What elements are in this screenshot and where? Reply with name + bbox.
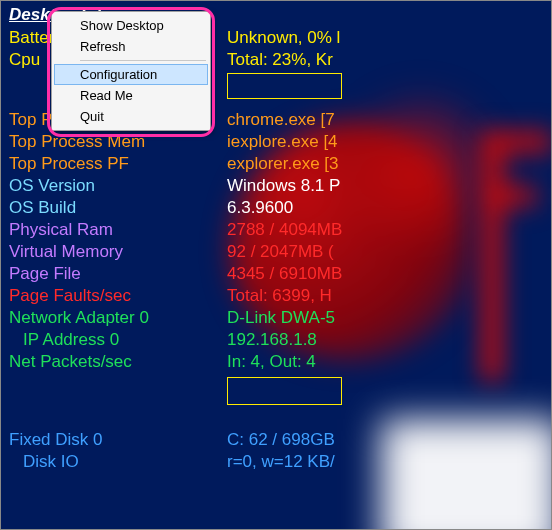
row-top-pf: Top Process PF explorer.exe [3 bbox=[9, 153, 543, 175]
context-menu: Show Desktop Refresh Configuration Read … bbox=[51, 11, 211, 131]
label-os-version: OS Version bbox=[9, 175, 227, 197]
menu-item-read-me[interactable]: Read Me bbox=[54, 85, 208, 106]
row-fixed-disk: Fixed Disk 0 C: 62 / 698GB bbox=[9, 429, 543, 451]
value-fixed-disk: C: 62 / 698GB bbox=[227, 429, 543, 451]
value-ip-addr: 192.168.1.8 bbox=[227, 329, 543, 351]
chart-box-cpu bbox=[227, 73, 342, 99]
menu-item-show-desktop[interactable]: Show Desktop bbox=[54, 15, 208, 36]
value-top-pf: explorer.exe [3 bbox=[227, 153, 543, 175]
row-os-build: OS Build 6.3.9600 bbox=[9, 197, 543, 219]
menu-item-quit[interactable]: Quit bbox=[54, 106, 208, 127]
menu-item-configuration[interactable]: Configuration bbox=[54, 64, 208, 85]
value-page-file: 4345 / 6910MB bbox=[227, 263, 543, 285]
label-top-pf: Top Process PF bbox=[9, 153, 227, 175]
menu-item-refresh[interactable]: Refresh bbox=[54, 36, 208, 57]
row-page-file: Page File 4345 / 6910MB bbox=[9, 263, 543, 285]
label-os-build: OS Build bbox=[9, 197, 227, 219]
row-net-adapter: Network Adapter 0 D-Link DWA-5 bbox=[9, 307, 543, 329]
value-net-packets: In: 4, Out: 4 bbox=[227, 351, 543, 373]
row-net-packets: Net Packets/sec In: 4, Out: 4 bbox=[9, 351, 543, 373]
value-disk-io: r=0, w=12 KB/ bbox=[227, 451, 543, 473]
label-fixed-disk: Fixed Disk 0 bbox=[9, 429, 227, 451]
row-disk-io: Disk IO r=0, w=12 KB/ bbox=[9, 451, 543, 473]
value-os-build: 6.3.9600 bbox=[227, 197, 543, 219]
label-top-mem: Top Process Mem bbox=[9, 131, 227, 153]
value-net-adapter: D-Link DWA-5 bbox=[227, 307, 543, 329]
label-net-packets: Net Packets/sec bbox=[9, 351, 227, 373]
chart-box-net bbox=[227, 377, 342, 405]
row-os-version: OS Version Windows 8.1 P bbox=[9, 175, 543, 197]
row-ip-addr: IP Address 0 192.168.1.8 bbox=[9, 329, 543, 351]
row-page-faults: Page Faults/sec Total: 6399, H bbox=[9, 285, 543, 307]
value-virt-mem: 92 / 2047MB ( bbox=[227, 241, 543, 263]
label-disk-io: Disk IO bbox=[9, 451, 227, 473]
value-top-mem: iexplore.exe [4 bbox=[227, 131, 543, 153]
value-cpu: Total: 23%, Kr bbox=[227, 49, 543, 71]
context-menu-wrap: Show Desktop Refresh Configuration Read … bbox=[51, 11, 211, 131]
label-ip-addr: IP Address 0 bbox=[9, 329, 227, 351]
label-page-faults: Page Faults/sec bbox=[9, 285, 227, 307]
value-battery: Unknown, 0% l bbox=[227, 27, 543, 49]
value-page-faults: Total: 6399, H bbox=[227, 285, 543, 307]
value-phys-ram: 2788 / 4094MB bbox=[227, 219, 543, 241]
label-phys-ram: Physical Ram bbox=[9, 219, 227, 241]
label-net-adapter: Network Adapter 0 bbox=[9, 307, 227, 329]
value-os-version: Windows 8.1 P bbox=[227, 175, 543, 197]
menu-separator bbox=[80, 60, 206, 61]
label-page-file: Page File bbox=[9, 263, 227, 285]
row-top-mem: Top Process Mem iexplore.exe [4 bbox=[9, 131, 543, 153]
row-phys-ram: Physical Ram 2788 / 4094MB bbox=[9, 219, 543, 241]
row-virt-mem: Virtual Memory 92 / 2047MB ( bbox=[9, 241, 543, 263]
label-virt-mem: Virtual Memory bbox=[9, 241, 227, 263]
value-top-cpu: chrome.exe [7 bbox=[227, 109, 543, 131]
